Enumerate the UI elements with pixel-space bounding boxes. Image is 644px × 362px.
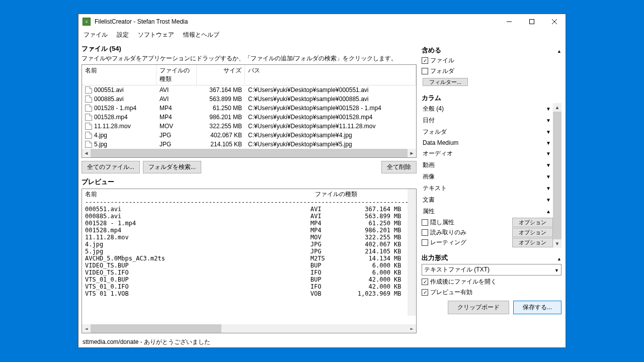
preview-v-scrollbar[interactable] (408, 189, 416, 316)
file-icon (85, 141, 92, 148)
table-row[interactable]: 000885.aviAVI563.899 MBC:¥Users¥yuki¥Des… (82, 95, 416, 104)
preview-box[interactable]: 名前 ファイルの種類 サイズ -------------------------… (82, 189, 417, 333)
table-row[interactable]: 001528.mp4MP4986.201 MBC:¥Users¥yuki¥Des… (82, 113, 416, 122)
maximize-button[interactable] (520, 14, 543, 29)
column-item[interactable]: テキスト▼ (422, 183, 553, 194)
table-row[interactable]: 4.jpgJPG402.067 KBC:¥Users¥yuki¥Desktop¥… (82, 131, 416, 140)
preview-line: 000551.avi AVI 367.164 MB C:\U: (85, 206, 415, 213)
column-item[interactable]: 動画▼ (422, 159, 553, 171)
file-icon (85, 96, 92, 103)
column-item[interactable]: 文書▼ (422, 194, 553, 206)
minimize-button[interactable] (498, 14, 520, 29)
col-name[interactable]: 名前 (82, 65, 156, 85)
files-header: ファイル (54) (82, 44, 121, 53)
open-after-checkbox[interactable]: ✓作成後にファイルを開く (422, 278, 561, 286)
preview-line: 000885.avi AVI 563.899 MB C:\U: (85, 213, 415, 220)
filter-button[interactable]: フィルター... (423, 78, 468, 86)
preview-line: AVCHD_5.0Mbps_AC3.m2ts M2TS 14.134 MB C:… (85, 255, 415, 262)
table-row[interactable]: 11.11.28.movMOV322.255 MBC:¥Users¥yuki¥D… (82, 122, 416, 131)
preview-on-checkbox[interactable]: ✓プレビュー有効 (422, 288, 561, 297)
attr_hidden-checkbox[interactable]: 隠し属性 (422, 218, 454, 227)
column-item[interactable]: フォルダ▼ (422, 126, 553, 138)
svg-rect-1 (529, 20, 534, 24)
preview-line: 4.jpg JPG 402.067 KB C:\U: (85, 241, 415, 248)
column-item[interactable]: 全般 (4)▼ (422, 103, 553, 115)
delete-all-button[interactable]: 全て削除 (381, 161, 417, 173)
titlebar: ≡ FilelistCreator - Stefan Trost Media (78, 14, 566, 29)
column-item[interactable]: オーディオ▼ (422, 148, 553, 159)
column-item[interactable]: Data Medium▼ (422, 138, 553, 148)
chevron-icon: ▼ (546, 174, 551, 179)
column-item[interactable]: 日付▼ (422, 115, 553, 126)
window-title: FilelistCreator - Stefan Trost Media (95, 18, 498, 25)
col-size[interactable]: サイズ (197, 65, 245, 85)
preview-line: 11.11.28.mov MOV 322.255 MB C:\U: (85, 234, 415, 241)
status-bar: sttmedia.com/donate - ありがとうございました (78, 336, 566, 347)
search-folder-button[interactable]: フォルダを検索... (143, 161, 201, 173)
save-button[interactable]: 保存する... (513, 301, 561, 314)
chevron-icon: ▼ (546, 162, 551, 168)
output-format-select[interactable]: テキストファイル (TXT) (422, 264, 561, 276)
chevron-icon: ▼ (546, 129, 551, 135)
file-list-header[interactable]: 名前 ファイルの種類 サイズ パス (82, 65, 416, 85)
file-icon (85, 123, 92, 130)
file-list[interactable]: 名前 ファイルの種類 サイズ パス 000551.aviAVI367.164 M… (82, 64, 417, 158)
file-icon (85, 105, 92, 112)
preview-line: VTS 01 1.VOB VOB 1,023.969 MB C:\U: (85, 290, 415, 297)
menu-software[interactable]: ソフトウェア (136, 30, 176, 40)
preview-line: 5.jpg JPG 214.105 KB C:\U: (85, 248, 415, 255)
preview-header: プレビュー (82, 177, 417, 187)
table-row[interactable]: 001528 - 1.mp4MP461.250 MBC:¥Users¥yuki¥… (82, 104, 416, 113)
preview-line: 001528.mp4 MP4 986.201 MB C:\U: (85, 227, 415, 234)
include-header: 含める (422, 46, 441, 55)
collapse-icon[interactable] (557, 254, 561, 262)
h-scrollbar[interactable]: ◄► (82, 149, 416, 157)
menu-help[interactable]: 情報とヘルプ (181, 30, 221, 40)
option-button[interactable]: オプション (512, 218, 553, 227)
chevron-icon: ▼ (546, 140, 551, 146)
chevron-icon: ▲ (546, 209, 551, 214)
preview-h-scrollbar[interactable]: ◄► (82, 324, 416, 333)
chevron-icon: ▼ (546, 151, 551, 156)
col-path[interactable]: パス (245, 65, 416, 85)
file-icon (85, 114, 92, 121)
app-icon: ≡ (83, 18, 91, 26)
chevron-icon: ▼ (546, 186, 551, 191)
column-item[interactable]: 画像▼ (422, 171, 553, 183)
file-icon (85, 132, 92, 139)
menu-settings[interactable]: 設定 (115, 30, 131, 40)
preview-line: 001528 - 1.mp4 MP4 61.250 MB C:\U: (85, 220, 415, 227)
columns-header: カラム (422, 94, 441, 103)
include-folder-checkbox[interactable]: フォルダ (422, 67, 561, 75)
file-icon (85, 86, 92, 94)
preview-line: VIDEO_TS.IFO IFO 6.000 KB C:\U: (85, 269, 415, 276)
files-hint: ファイルやフォルダをアプリケーションにドラッグするか、「ファイルの追加/フォルダ… (82, 54, 417, 63)
attr_readonly-checkbox[interactable]: 読み取りのみ (422, 228, 466, 237)
chevron-icon: ▼ (546, 118, 551, 123)
preview-line: VTS_01_0.IFO IFO 42.000 KB C:\U: (85, 283, 415, 290)
columns-v-scrollbar[interactable]: ▲▼ (553, 103, 561, 248)
col-type[interactable]: ファイルの種類 (156, 65, 197, 85)
column-item[interactable]: 属性▲ (422, 206, 553, 217)
include-file-checkbox[interactable]: ✓ファイル (422, 56, 561, 65)
preview-line: VIDEO_TS.BUP BUP 6.000 KB C:\U: (85, 262, 415, 269)
collapse-icon[interactable] (557, 47, 561, 54)
chevron-icon: ▼ (546, 197, 551, 203)
menu-file[interactable]: ファイル (82, 30, 110, 40)
preview-line: VTS_01_0.BUP BUP 42.000 KB C:\U: (85, 276, 415, 283)
all-files-button[interactable]: 全てのファイル... (82, 161, 140, 173)
close-button[interactable] (543, 14, 566, 29)
table-row[interactable]: 000551.aviAVI367.164 MBC:¥Users¥yuki¥Des… (82, 85, 416, 95)
output-header: 出力形式 (422, 253, 448, 262)
option-button[interactable]: オプション (512, 238, 553, 247)
chevron-icon: ▼ (546, 106, 551, 112)
option-button[interactable]: オプション (512, 228, 553, 237)
chevron-down-icon (554, 266, 559, 274)
table-row[interactable]: 5.jpgJPG214.105 KBC:¥Users¥yuki¥Desktop¥… (82, 140, 416, 149)
clipboard-button[interactable]: クリップボード (448, 301, 509, 314)
attr_rating-checkbox[interactable]: レーティング (422, 238, 466, 247)
menubar: ファイル 設定 ソフトウェア 情報とヘルプ (78, 29, 566, 40)
